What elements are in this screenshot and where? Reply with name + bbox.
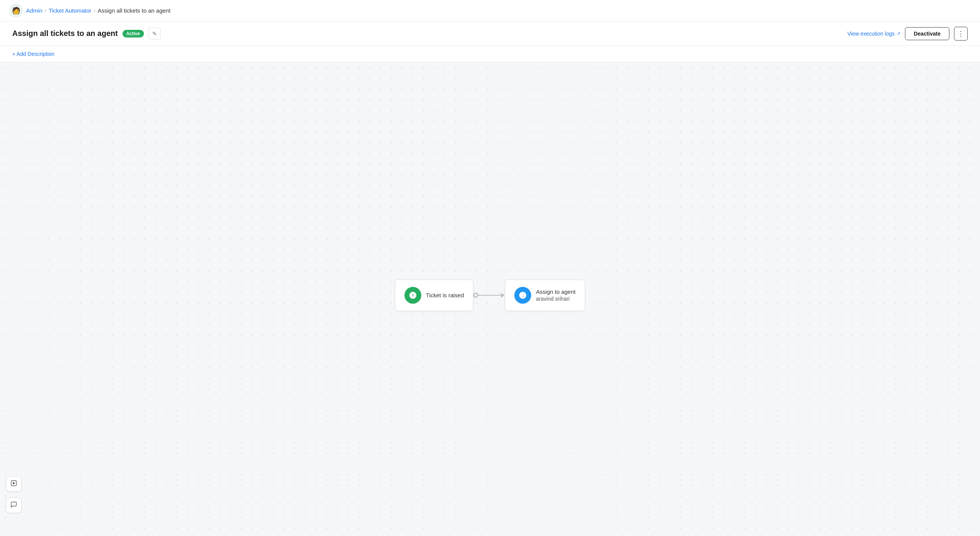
action-node-line1: Assign to agent <box>536 288 575 295</box>
external-link-icon: ↗ <box>897 31 900 36</box>
action-node[interactable]: Assign to agent aravind srihari <box>505 279 585 311</box>
ellipsis-icon: ⋮ <box>957 29 964 38</box>
bottom-toolbar <box>6 476 21 513</box>
action-node-icon <box>514 287 531 303</box>
deactivate-button[interactable]: Deactivate <box>905 27 949 40</box>
edit-button[interactable]: ✎ <box>149 28 161 40</box>
page-header: Assign all tickets to an agent Active ✎ … <box>0 21 980 46</box>
flow-container: Ticket is raised Assign to agent aravind… <box>395 279 585 311</box>
more-options-button[interactable]: ⋮ <box>954 27 968 41</box>
flow-connector <box>474 293 505 297</box>
chat-icon <box>10 501 17 510</box>
avatar: 🧑 <box>9 4 23 18</box>
page-header-right: View execution logs ↗ Deactivate ⋮ <box>847 27 968 41</box>
connector-arrow <box>501 293 505 297</box>
connector-line <box>478 295 501 295</box>
top-nav: 🧑 Admin › Ticket Automator › Assign all … <box>0 0 980 21</box>
breadcrumb-admin-link[interactable]: Admin <box>26 7 42 14</box>
page-title: Assign all tickets to an agent <box>12 29 118 38</box>
trigger-node-icon <box>405 287 421 303</box>
breadcrumb-sep-2: › <box>94 8 95 13</box>
run-icon-button[interactable] <box>6 476 21 492</box>
page-header-left: Assign all tickets to an agent Active ✎ <box>12 28 161 40</box>
view-logs-label: View execution logs <box>847 31 894 37</box>
add-description-button[interactable]: + Add Description <box>12 51 54 57</box>
view-execution-logs-button[interactable]: View execution logs ↗ <box>847 31 900 37</box>
svg-marker-1 <box>13 482 15 485</box>
status-badge: Active <box>122 30 144 37</box>
pencil-icon: ✎ <box>152 31 157 37</box>
run-icon <box>10 480 17 489</box>
connector-circle <box>474 293 478 297</box>
action-node-text: Assign to agent aravind srihari <box>536 288 575 302</box>
flow-canvas: Ticket is raised Assign to agent aravind… <box>0 62 980 534</box>
breadcrumb: Admin › Ticket Automator › Assign all ti… <box>26 7 170 14</box>
breadcrumb-automator-link[interactable]: Ticket Automator <box>49 7 91 14</box>
trigger-node-label: Ticket is raised <box>426 292 464 298</box>
trigger-node[interactable]: Ticket is raised <box>395 279 474 311</box>
action-node-line2: aravind srihari <box>536 296 575 302</box>
chat-icon-button[interactable] <box>6 498 21 513</box>
breadcrumb-sep-1: › <box>45 8 46 13</box>
sub-header: + Add Description <box>0 46 980 62</box>
breadcrumb-current: Assign all tickets to an agent <box>98 7 170 14</box>
